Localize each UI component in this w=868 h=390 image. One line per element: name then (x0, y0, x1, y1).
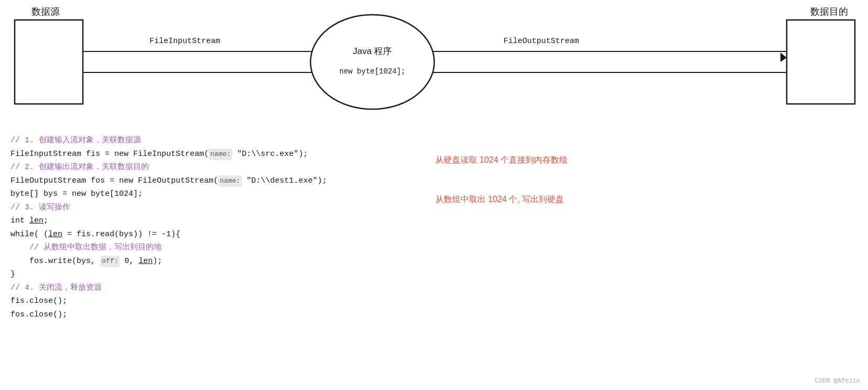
comment3-line: // 3. 读写操作 (10, 201, 327, 215)
line6-text: fos.write(bys, off: 0, len); (10, 255, 162, 268)
line2-param: name: (218, 175, 242, 187)
line9-text: fos.close(); (10, 308, 67, 322)
line9-code: fos.close(); (10, 308, 327, 322)
len-write: len (138, 257, 153, 266)
line3-text: byte[] bys = new byte[1024]; (10, 187, 143, 201)
line4-int: int len; (10, 214, 48, 228)
line8-code: fis.close(); (10, 294, 327, 308)
comment5-line: // 4. 关闭流，释放资源 (10, 281, 327, 295)
java-program-label: Java 程序 (353, 46, 392, 56)
line1-param: name: (209, 149, 232, 160)
dest-rect (787, 20, 855, 104)
comment1: // 1. 创建输入流对象，关联数据源 (10, 134, 141, 147)
source-label: 数据源 (31, 6, 60, 17)
comment2-line: // 2. 创建输出流对象，关联数据目的 (10, 161, 327, 174)
code-area: // 1. 创建输入流对象，关联数据源 FileInputStream fis … (10, 134, 327, 321)
line5-code: while( (len = fis.read(bys)) != -1){ (10, 228, 327, 241)
comment1-line: // 1. 创建输入流对象，关联数据源 (10, 134, 327, 147)
comment5: // 4. 关闭流，释放资源 (10, 281, 102, 295)
off-param: off: (100, 256, 120, 267)
comment4-line: // 从数组中取出数据，写出到目的地 (10, 241, 327, 255)
line2-code: FileOutputStream fos = new FileOutputStr… (10, 174, 327, 188)
source-rect (15, 20, 83, 104)
line8-text: fis.close(); (10, 294, 67, 308)
line7-code: } (10, 268, 327, 281)
read-annotation: 从硬盘读取 1024 个直接到内存数组 (435, 155, 567, 166)
footer: CSDN @Afelio (815, 377, 860, 385)
line6-code: fos.write(bys, off: 0, len); (10, 255, 327, 268)
java-program-ellipse (310, 15, 434, 109)
stream-out-label: FileOutputStream (503, 37, 579, 46)
line2-text: FileOutputStream fos = new FileOutputStr… (10, 174, 327, 188)
len-var: len (29, 216, 44, 225)
len-while: len (48, 230, 62, 239)
comment4: // 从数组中取出数据，写出到目的地 (10, 241, 162, 255)
comment2: // 2. 创建输出流对象，关联数据目的 (10, 161, 149, 174)
line2-val: "D:\\dest1.exe" (247, 176, 317, 185)
line1-val: "D:\\src.exe" (237, 150, 298, 159)
write-annotation: 从数组中取出 1024 个, 写出到硬盘 (435, 194, 564, 205)
dest-label: 数据目的 (810, 6, 848, 17)
line3-code: byte[] bys = new byte[1024]; (10, 187, 327, 201)
close-brace: } (10, 268, 15, 281)
line1-code: FileInputStream fis = new FileInputStrea… (10, 147, 327, 161)
line5-text: while( (len = fis.read(bys)) != -1){ (10, 228, 180, 241)
line4-code: int len; (10, 214, 327, 228)
java-buffer-label: new byte[1024]; (339, 67, 405, 76)
line1-text: FileInputStream fis = new FileInputStrea… (10, 147, 308, 161)
stream-in-label: FileInputStream (149, 37, 220, 46)
comment3: // 3. 读写操作 (10, 201, 70, 215)
arrowhead-right (780, 52, 787, 62)
